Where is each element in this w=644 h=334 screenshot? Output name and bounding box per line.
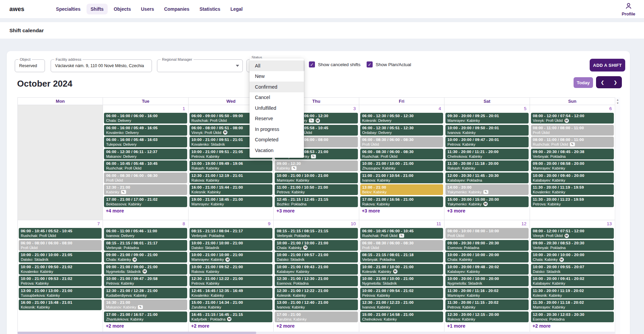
shift-chip[interactable]: 08:00 - 11:00 / 08:00 - 11:00Profi Úklid [531, 125, 614, 136]
nav-item-objects[interactable]: Objects [110, 4, 135, 14]
more-shifts-link[interactable]: +3 more [447, 208, 529, 213]
facility-address-input[interactable]: Facility address Václavské nám. 9, 110 0… [51, 59, 152, 72]
more-shifts-link[interactable]: +1 more [447, 323, 529, 329]
shift-chip[interactable]: 17:00 - 21:00 / 17:00 - 21:02Bekbassova:… [104, 196, 187, 207]
shift-chip[interactable]: 06:00 - 08:30 / 06:00 - 08:30Profi Úklid [360, 240, 443, 251]
shift-chip[interactable]: 12:30 - 21:00 / 12:30 - 21:00Esenova: Po… [275, 276, 358, 286]
shift-chip[interactable]: 13:00 - 21:00Belov: Kabinky [360, 184, 443, 195]
shift-chip[interactable]: 09:00 - 21:00 / 09:00 - 21:00Chala: Kabi… [104, 252, 187, 263]
shift-chip[interactable]: 06:00 - 10:45 / 05:48 - 10:45Rushchak: P… [104, 160, 187, 171]
show-canceled-shifts-checkbox[interactable]: ✓ Show canceled shifts [309, 61, 361, 67]
status-option-cancel[interactable]: Cancel [250, 92, 304, 103]
shift-chip[interactable]: 16:00 - 21:00 / 15:48 - 21:01Kolesnik: K… [19, 299, 102, 310]
shift-chip[interactable]: 06:00 - 12:30 / 05:50 - 12:30Kolesnik: D… [360, 113, 443, 124]
shift-chip[interactable]: 10:00 - 21:00 / 10:00 - 21:00Chala: Kabi… [275, 240, 358, 251]
shift-chip[interactable]: 10:00 - 21:00 / 09:53 - 21:02Petrova: Ka… [19, 276, 102, 286]
more-shifts-link[interactable]: +4 more [106, 208, 188, 213]
shift-chip[interactable]: 11:00 - 21:00 / 10:50 - 21:00Petrova: Ka… [275, 184, 358, 195]
status-option-vacation[interactable]: Vacation [250, 145, 304, 156]
today-button[interactable]: Today [574, 77, 593, 88]
shift-chip[interactable]: 10:00 - 21:00 / 09:57 - 21:00Datsko: Skl… [275, 252, 358, 263]
shift-chip[interactable]: 10:00 - 20:00 / 10:00 - 20:00Chala: Kabi… [445, 252, 528, 263]
nav-item-companies[interactable]: Companies [160, 4, 193, 14]
nav-item-shifts[interactable]: Shifts [87, 4, 108, 14]
shift-chip[interactable]: 09:00 - 12:30Kabinky✎ [275, 160, 358, 171]
shift-chip[interactable]: 06:00 - 08:30 / 06:00 - 08:30Profi Úklid [104, 173, 187, 183]
shift-chip[interactable]: 10:00 - 21:00 / 09:52 - 21:00Rakova: Kab… [190, 264, 272, 275]
shift-chip[interactable]: 10:00 - 21:00 / 09:54 - 21:02Petrova: Ka… [360, 288, 443, 298]
shift-chip[interactable]: 11:30 - 20:00 / 11:16 - 20:02Mamrayev: K… [445, 288, 528, 298]
shift-chip[interactable]: 10:00 - 20:00 / 09:40 - 20:00Kalabayev: … [531, 173, 614, 183]
shift-chip[interactable]: 10:00 - 21:00 / 10:00 - 21:00Nygmetolla:… [360, 276, 443, 286]
show-plan-actual-checkbox[interactable]: ✓ Show Plan/Actual [367, 61, 411, 67]
status-option-new[interactable]: New [250, 71, 304, 82]
shift-chip[interactable]: 11:30 - 20:00 / 11:19 - 20:02Kolesnik: K… [531, 288, 614, 298]
shift-chip[interactable]: 06:00 - 12:30 / 06:11 - 12:37Makanov: De… [104, 149, 187, 159]
status-option-in-progress[interactable]: In progress [250, 124, 304, 135]
more-shifts-link[interactable]: +3 more [276, 208, 359, 213]
shift-chip[interactable]: 06:00 - 11:00 / 05:46 - 11:00Ivanova: De… [104, 228, 187, 239]
shift-chip[interactable]: 08:00 - 12:00 / 07:54 - 12:00Vinnyk: Pro… [531, 113, 614, 124]
more-shifts-link[interactable]: +2 more [106, 323, 188, 329]
status-option-unfulfilled[interactable]: Unfulfilled [250, 103, 304, 113]
shift-chip[interactable]: 08:00 - 12:00 / 07:51 - 12:00Vinnyk: Pro… [531, 228, 614, 239]
shift-chip[interactable]: 08:15 - 21:15 / 08:01 - 21:17Verbnyak: P… [104, 240, 187, 251]
shift-chip[interactable]: 10:00 - 21:00 / 09:43 - 21:00Kalabayev: … [275, 264, 358, 275]
shift-chip[interactable]: 06:00 - 08:00 / 06:00 - 08:00Profi Úklid [19, 240, 102, 251]
shift-chip[interactable]: 06:00 - 12:30 / 05:51 - 12:30Ordabay: De… [360, 125, 443, 136]
nav-item-legal[interactable]: Legal [226, 4, 247, 14]
next-month-button[interactable]: ❯ [609, 76, 622, 88]
shift-chip[interactable]: 12:00 - 20:30 / 12:03 - 20:30Esenova: Po… [531, 312, 614, 322]
shift-chip[interactable]: 12:30 - 20:00 / 12:15 - 20:00Rakova: Kab… [445, 312, 528, 322]
shift-chip[interactable]: 17:00 - 21:00 / 16:56 - 21:00Rakova: Kab… [360, 196, 443, 207]
add-a-shift-button[interactable]: ADD A SHIFT [590, 59, 625, 71]
shift-chip[interactable]: 10:00 - 20:00 / 10:00 - 20:00Chala: Kabi… [531, 252, 614, 263]
shift-chip[interactable]: 09:00 - 21:00 / 09:00 - 21:00Nygmetolla:… [104, 264, 187, 275]
shift-chip[interactable]: 10:00 - 21:00 / 10:00 - 21:00Kolesnik: K… [360, 264, 443, 275]
shift-chip[interactable]: 06:00 - 10:45 / 06:00 - 10:45Rushchak: P… [360, 228, 443, 239]
shift-chip[interactable]: 10:00 - 20:00 / 09:55 - 20:07Datsko: Skl… [531, 264, 614, 275]
shift-chip[interactable]: 10:00 - 21:00 / 09:47 - 20:58Petrova: Ka… [104, 276, 187, 286]
shift-chip[interactable]: 11:30 - 20:00 / 11:15 - 20:02Petrova: Ka… [445, 299, 528, 310]
prev-month-button[interactable]: ❮ [596, 76, 609, 88]
shift-chip[interactable]: 12:45 - 21:15 / 12:45 - 21:15Bozhko: Pok… [275, 196, 358, 207]
shift-chip[interactable]: 10:00 - 19:00 / 09:49 - 19:06Rakash: Kab… [190, 160, 272, 171]
shift-chip[interactable]: 14:00 - 20:00Yakymenko: Kabinky✎ [445, 184, 528, 195]
shift-chip[interactable]: 12:30 - 21:00 / 12:23 - 21:00Ivanova: Ka… [360, 299, 443, 310]
shift-chip[interactable]: 09:00 - 20:00 / 08:58 - 20:00Mamrayev: K… [531, 160, 614, 171]
shift-chip[interactable]: 06:00 - 10:45 / 05:52 - 10:45Rushchak: P… [19, 228, 102, 239]
nav-item-statistics[interactable]: Statistics [196, 4, 224, 14]
shift-chip[interactable]: 06:00 - 16:00 / 05:49 - 16:05Kovalenko: … [104, 125, 187, 136]
shift-chip[interactable]: 12:30 - 21:00 / 12:19 - 21:01Rakova: Kab… [190, 173, 272, 183]
shift-chip[interactable]: 15:00 - 20:00 / 15:00 - 20:00Yakymenko: … [445, 196, 528, 207]
nav-item-specialties[interactable]: Specialties [52, 4, 85, 14]
shift-chip[interactable]: 08:15 - 21:15 / 08:04 - 21:17Verbnyak: P… [190, 228, 272, 239]
shift-chip[interactable]: 10:00 - 21:00 / 10:00 - 21:00Mamrayev: K… [190, 252, 272, 263]
more-shifts-link[interactable]: +2 more [533, 323, 615, 329]
shift-chip[interactable]: 11:30 - 20:00 / 11:18 - 20:00Rakash: Kab… [445, 160, 528, 171]
shift-chip[interactable]: 12:30 - 21:00Kabinky✎ [104, 184, 187, 195]
more-shifts-link[interactable]: +2 more [276, 323, 359, 329]
shift-chip[interactable]: 10:00 - 20:00 / 10:00 - 20:00Nygmetolla:… [445, 276, 528, 286]
shift-chip[interactable]: 15:00 - 21:00 / 14:34 - 21:00Zarubina: K… [190, 299, 272, 310]
shift-chip[interactable]: 17:00 - 21:00 / 16:57 - 21:00Zhantulekov… [104, 312, 187, 322]
shift-chip[interactable]: 08:15 - 21:15 / 08:15 - 21:15Verbnyak: P… [275, 228, 358, 239]
shift-chip[interactable]: 11:30 - 20:00 / 11:19 - 19:59Kovalenko: … [531, 184, 614, 195]
shift-chip[interactable]: 08:00 - 11:00 / 08:00 - 11:00Rushchak: P… [531, 137, 614, 147]
status-option-all[interactable]: All [250, 60, 304, 71]
shift-chip[interactable]: 06:00 - 08:30 / 06:00 - 08:30Profi Úklid [360, 137, 443, 147]
shift-chip[interactable]: 11:30 - 20:00 / 11:21 - 20:00Chelnokova:… [445, 149, 528, 159]
shift-chip[interactable]: 06:00 - 16:00 / 05:48 - 16:03Tulepova: D… [104, 137, 187, 147]
scroll-down-icon[interactable]: ▼ [616, 102, 619, 105]
profile-button[interactable]: Profile [622, 2, 635, 16]
shift-chip[interactable]: 15:00 - 21:00 / 14:58 - 21:00Chelnokova:… [360, 312, 443, 322]
shift-chip[interactable]: 06:00 - 16:00 / 06:00 - 16:00Chala: Deli… [104, 113, 187, 124]
shift-chip[interactable]: 08:15 - 21:15 / 08:01 - 21:18Verbnyak: P… [360, 252, 443, 263]
shift-chip[interactable]: 10:00 - 20:00 / 09:47 - 20:01Petrova: Ka… [445, 137, 528, 147]
shift-chip[interactable]: 09:00 - 20:30 / 08:45 - 20:38Verbnyak: P… [531, 149, 614, 159]
shift-chip[interactable]: 10:00 - 20:00 / 09:48 - 20:02Kalabayev: … [445, 264, 528, 275]
more-shifts-link[interactable]: +2 more [191, 323, 273, 329]
shift-chip[interactable]: 16:30 - 21:00Makanov: Kabinky✎ [104, 299, 187, 310]
shift-chip[interactable]: 09:00 - 20:30 / 08:53 - 20:30Verbnyak: P… [531, 240, 614, 251]
shift-chip[interactable]: 10:00 - 21:00 / 09:50 - 21:02Kovalenko: … [19, 264, 102, 275]
